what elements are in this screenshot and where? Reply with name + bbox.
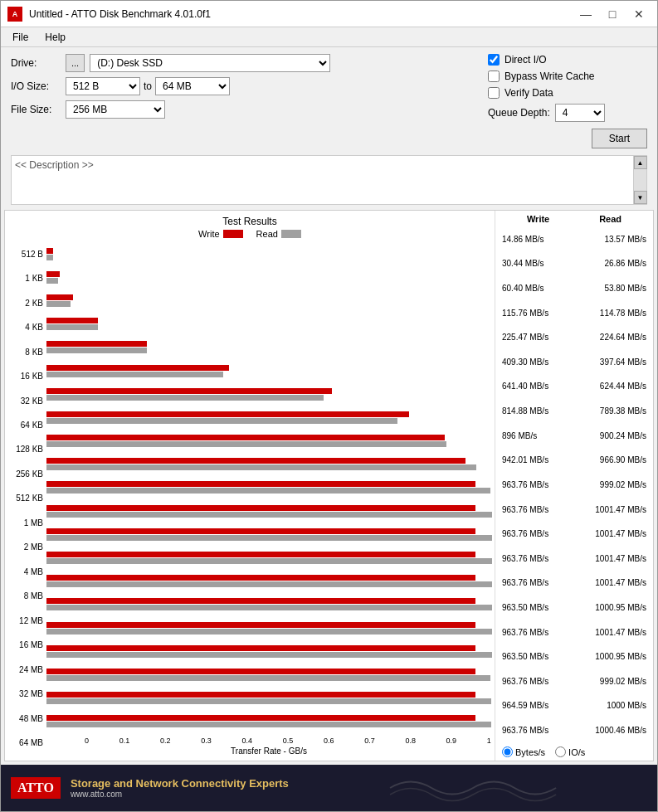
bar-write <box>46 715 475 721</box>
y-axis-label: 32 KB <box>8 397 43 406</box>
close-button[interactable]: ✕ <box>627 6 651 22</box>
x-tick-label: 0.3 <box>201 737 212 745</box>
maximize-button[interactable]: □ <box>601 6 624 22</box>
data-read-value: 999.02 MB/s <box>600 677 646 687</box>
bar-row <box>46 318 491 330</box>
bar-write <box>46 435 445 440</box>
bar-write <box>46 528 475 534</box>
data-write-value: 115.76 MB/s <box>502 309 548 318</box>
data-read-value: 26.86 MB/s <box>604 259 646 269</box>
y-axis-label: 128 KB <box>8 445 43 454</box>
bypass-cache-label: Bypass Write Cache <box>504 71 595 82</box>
y-axis-label: 2 KB <box>8 299 43 308</box>
io-to-select[interactable]: 64 MB <box>155 77 230 95</box>
y-axis-label: 4 KB <box>8 323 43 332</box>
direct-io-checkbox[interactable] <box>488 54 500 66</box>
data-write-value: 225.47 MB/s <box>502 333 548 343</box>
chart-title: Test Results <box>8 216 491 227</box>
queue-depth-label: Queue Depth: <box>488 107 550 119</box>
y-axis-label: 16 MB <box>8 641 43 649</box>
footer-url: www.atto.com <box>71 790 289 799</box>
data-read-value: 114.78 MB/s <box>600 309 646 318</box>
main-content: Test Results Write Read 512 B1 KB2 KB4 K… <box>4 210 654 761</box>
description-scrollbar[interactable]: ▲ ▼ <box>633 156 646 204</box>
bar-row <box>46 365 491 377</box>
filesize-select[interactable]: 256 MB <box>66 100 165 119</box>
io-to-label: to <box>144 80 152 92</box>
x-tick-label: 0.8 <box>405 737 416 745</box>
radio-io[interactable]: IO/s <box>555 746 585 757</box>
y-axis-label: 48 MB <box>8 715 43 723</box>
y-axis-label: 1 MB <box>8 519 43 528</box>
data-rows: 14.86 MB/s13.57 MB/s30.44 MB/s26.86 MB/s… <box>502 227 646 743</box>
data-read-value: 1001.47 MB/s <box>595 529 646 539</box>
data-read-value: 999.02 MB/s <box>600 480 646 490</box>
data-header: Write Read <box>502 214 646 226</box>
bar-row <box>46 481 491 494</box>
data-write-value: 963.76 MB/s <box>502 554 548 564</box>
radio-bytes-input[interactable] <box>502 746 513 757</box>
bar-read <box>46 348 147 353</box>
bypass-cache-row: Bypass Write Cache <box>488 71 647 82</box>
bar-read <box>46 652 492 658</box>
app-icon: A <box>7 7 22 22</box>
data-write-value: 963.76 MB/s <box>502 480 548 490</box>
scroll-up-button[interactable]: ▲ <box>634 156 647 169</box>
data-row: 963.76 MB/s1001.47 MB/s <box>502 505 646 515</box>
chart-wrapper: 512 B1 KB2 KB4 KB8 KB16 KB32 KB64 KB128 … <box>8 242 491 756</box>
bar-row <box>46 528 491 541</box>
data-area: Write Read 14.86 MB/s13.57 MB/s30.44 MB/… <box>495 211 653 761</box>
y-axis-label: 1 KB <box>8 275 43 283</box>
data-write-value: 963.50 MB/s <box>502 652 548 662</box>
drive-select[interactable]: (D:) Desk SSD <box>90 54 330 72</box>
browse-button[interactable]: ... <box>66 54 85 72</box>
filesize-label: File Size: <box>11 104 61 115</box>
data-row: 963.76 MB/s1001.47 MB/s <box>502 554 646 564</box>
data-row: 963.76 MB/s1001.47 MB/s <box>502 578 646 588</box>
y-axis-label: 64 MB <box>8 739 43 747</box>
y-axis-label: 32 MB <box>8 690 43 698</box>
bar-row <box>46 622 491 635</box>
y-axis-label: 512 B <box>8 250 43 259</box>
menu-file[interactable]: File <box>4 30 37 45</box>
bar-write <box>46 365 229 371</box>
scroll-down-button[interactable]: ▼ <box>634 191 647 204</box>
bypass-cache-checkbox[interactable] <box>488 71 500 82</box>
bar-row <box>46 248 491 260</box>
data-write-value: 60.40 MB/s <box>502 284 544 294</box>
minimize-button[interactable]: — <box>574 6 597 22</box>
verify-data-checkbox[interactable] <box>488 87 500 99</box>
data-write-value: 409.30 MB/s <box>502 357 548 367</box>
data-write-value: 963.76 MB/s <box>502 628 548 638</box>
queue-depth-row: Queue Depth: 4 <box>488 104 647 122</box>
x-axis: 00.10.20.30.40.50.60.70.80.91 Transfer R… <box>46 737 491 756</box>
drive-row: Drive: ... (D:) Desk SSD <box>11 54 471 72</box>
bar-write <box>46 388 332 394</box>
start-button[interactable]: Start <box>592 129 647 148</box>
main-window: A Untitled - ATTO Disk Benchmark 4.01.0f… <box>0 0 658 812</box>
footer-bar: ATTO Storage and Network Connectivity Ex… <box>1 765 657 811</box>
queue-depth-select[interactable]: 4 <box>555 104 605 122</box>
verify-data-label: Verify Data <box>504 87 553 99</box>
legend-write: Write <box>198 229 242 239</box>
chart-area: Test Results Write Read 512 B1 KB2 KB4 K… <box>5 211 495 761</box>
data-header-write: Write <box>527 214 549 224</box>
data-read-value: 1001.47 MB/s <box>595 554 646 564</box>
bar-read <box>46 488 490 494</box>
data-row: 964.59 MB/s1000 MB/s <box>502 701 646 711</box>
data-write-value: 963.76 MB/s <box>502 578 548 588</box>
radio-bytes[interactable]: Bytes/s <box>502 746 545 757</box>
y-axis-labels: 512 B1 KB2 KB4 KB8 KB16 KB32 KB64 KB128 … <box>8 242 46 756</box>
bar-read <box>46 722 491 727</box>
y-axis-label: 16 KB <box>8 372 43 381</box>
bar-write <box>46 505 475 511</box>
x-axis-label: Transfer Rate - GB/s <box>46 746 491 756</box>
x-tick-label: 0 <box>85 737 89 745</box>
bar-read <box>46 675 490 681</box>
bar-write <box>46 481 475 487</box>
bar-write <box>46 692 475 698</box>
io-from-select[interactable]: 512 B <box>66 77 140 95</box>
radio-io-input[interactable] <box>555 746 566 757</box>
bar-read <box>46 372 223 377</box>
menu-help[interactable]: Help <box>37 30 74 45</box>
